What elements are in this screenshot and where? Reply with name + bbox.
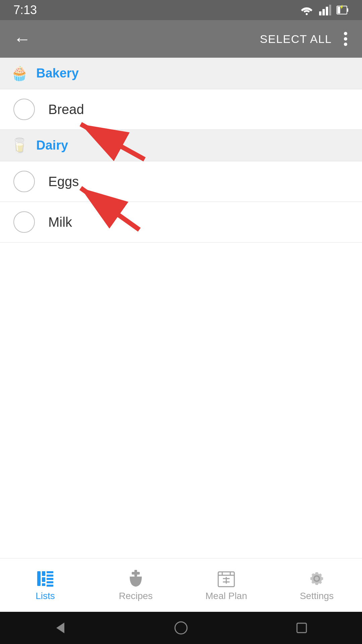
svg-rect-12	[37, 571, 41, 586]
list-item-eggs[interactable]: Eggs	[0, 161, 362, 202]
radio-bread[interactable]	[13, 99, 35, 120]
category-header-bakery: 🧁 Bakery	[0, 58, 362, 89]
recipes-icon	[126, 569, 145, 588]
svg-rect-7	[338, 7, 340, 13]
svg-rect-2	[322, 9, 325, 15]
svg-rect-18	[47, 578, 53, 580]
nav-item-settings[interactable]: Settings	[272, 569, 362, 601]
svg-rect-4	[329, 5, 331, 15]
nav-item-lists[interactable]: Lists	[0, 569, 90, 601]
svg-rect-6	[347, 8, 348, 12]
lists-nav-label: Lists	[36, 591, 55, 601]
svg-rect-1	[319, 11, 321, 15]
settings-nav-label: Settings	[300, 591, 334, 601]
select-all-button[interactable]: SELECT ALL	[260, 33, 332, 46]
bottom-nav: Lists Recipes Meal Plan	[0, 558, 362, 612]
list-item-bread[interactable]: Bread	[0, 89, 362, 130]
nav-item-recipes[interactable]: Recipes	[90, 569, 181, 601]
recipes-nav-label: Recipes	[119, 591, 153, 601]
wifi-icon	[300, 5, 314, 15]
status-bar: 7:13	[0, 0, 362, 20]
system-nav-bar	[0, 612, 362, 644]
bakery-icon: 🧁	[11, 65, 28, 82]
radio-eggs[interactable]	[13, 171, 35, 192]
svg-rect-20	[47, 585, 53, 587]
svg-point-0	[306, 13, 308, 15]
svg-point-31	[175, 622, 187, 634]
list-item-milk[interactable]: Milk	[0, 202, 362, 243]
svg-rect-13	[42, 571, 45, 576]
svg-rect-3	[326, 7, 328, 15]
svg-rect-14	[42, 577, 45, 582]
svg-rect-16	[47, 571, 53, 573]
bread-label: Bread	[48, 102, 84, 117]
app-bar: ← SELECT ALL	[0, 20, 362, 58]
system-home-button[interactable]	[171, 618, 191, 638]
svg-rect-32	[297, 623, 306, 633]
eggs-label: Eggs	[48, 174, 79, 189]
svg-rect-22	[132, 572, 140, 575]
status-time: 7:13	[13, 3, 37, 17]
back-button[interactable]: ←	[11, 28, 34, 50]
system-back-button[interactable]	[50, 618, 70, 638]
status-icons	[300, 5, 349, 15]
dairy-label: Dairy	[36, 138, 68, 153]
nav-item-meal-plan[interactable]: Meal Plan	[181, 569, 272, 601]
battery-icon	[337, 5, 349, 15]
bakery-label: Bakery	[36, 66, 79, 80]
signal-icon	[319, 5, 331, 15]
milk-label: Milk	[48, 215, 72, 230]
more-options-button[interactable]	[340, 29, 351, 49]
svg-rect-17	[47, 575, 53, 577]
svg-rect-15	[42, 583, 45, 586]
svg-rect-19	[47, 581, 53, 583]
radio-milk[interactable]	[13, 211, 35, 233]
meal-plan-nav-label: Meal Plan	[205, 591, 247, 601]
content-area: 🧁 Bakery Bread 🥛 Dairy Eggs Milk	[0, 58, 362, 558]
svg-marker-30	[56, 623, 64, 633]
category-header-dairy: 🥛 Dairy	[0, 130, 362, 161]
system-recents-button[interactable]	[292, 618, 312, 638]
meal-plan-icon	[217, 569, 236, 588]
dairy-icon: 🥛	[11, 137, 28, 154]
lists-icon	[36, 569, 55, 588]
settings-icon	[307, 569, 326, 588]
